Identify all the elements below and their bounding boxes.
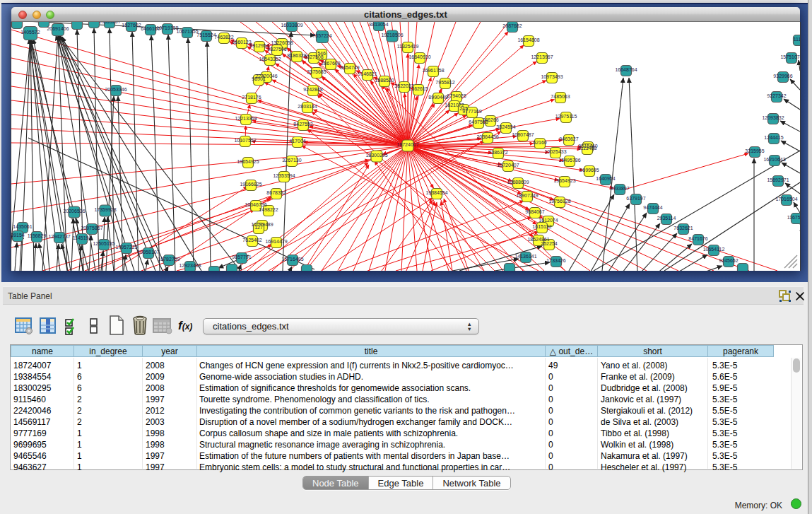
svg-text:12505135: 12505135 xyxy=(93,241,114,246)
svg-text:20364436: 20364436 xyxy=(476,134,498,139)
svg-text:20975867: 20975867 xyxy=(81,226,102,230)
svg-text:2718176: 2718176 xyxy=(242,95,261,100)
svg-text:10973493: 10973493 xyxy=(541,74,563,79)
svg-text:18907249: 18907249 xyxy=(516,193,538,198)
svg-text:20206536: 20206536 xyxy=(63,209,85,214)
svg-text:12942737: 12942737 xyxy=(48,234,70,239)
svg-text:9113468: 9113468 xyxy=(578,146,597,151)
svg-text:546: 546 xyxy=(317,51,326,56)
svg-text:9245652: 9245652 xyxy=(719,258,738,263)
svg-text:19218506: 19218506 xyxy=(381,33,403,37)
svg-text:9242848: 9242848 xyxy=(303,87,322,92)
svg-text:9146821: 9146821 xyxy=(358,71,377,76)
svg-text:20053346: 20053346 xyxy=(105,87,126,92)
svg-text:12975115: 12975115 xyxy=(555,114,577,119)
svg-text:9684067: 9684067 xyxy=(525,209,544,214)
svg-text:10671355: 10671355 xyxy=(176,29,198,34)
svg-text:98901: 98901 xyxy=(252,76,266,81)
svg-text:1362615: 1362615 xyxy=(408,86,428,91)
svg-text:10688609: 10688609 xyxy=(507,180,529,185)
svg-text:15751074: 15751074 xyxy=(780,54,800,59)
svg-text:11325419: 11325419 xyxy=(397,44,419,49)
svg-text:7955812: 7955812 xyxy=(435,80,454,85)
svg-text:1435061: 1435061 xyxy=(13,224,32,229)
svg-text:10553267: 10553267 xyxy=(98,22,120,24)
svg-text:9329966: 9329966 xyxy=(773,74,792,78)
svg-text:13226058: 13226058 xyxy=(271,40,293,45)
svg-text:8454749: 8454749 xyxy=(340,65,359,70)
svg-text:7357224: 7357224 xyxy=(312,33,331,38)
svg-text:1588520: 1588520 xyxy=(375,78,394,83)
svg-text:2935114: 2935114 xyxy=(657,216,676,221)
svg-text:3375685: 3375685 xyxy=(307,69,326,74)
svg-text:12213369: 12213369 xyxy=(235,116,257,121)
svg-text:12353594: 12353594 xyxy=(273,173,295,178)
svg-text:10958107: 10958107 xyxy=(137,250,159,255)
svg-text:16782759: 16782759 xyxy=(158,257,180,262)
svg-text:7625402: 7625402 xyxy=(242,238,261,243)
svg-text:10046736: 10046736 xyxy=(245,202,266,207)
svg-text:10719155: 10719155 xyxy=(156,25,178,30)
svg-text:1612074: 1612074 xyxy=(539,218,558,223)
svg-text:16543362: 16543362 xyxy=(259,57,281,62)
svg-text:1167533: 1167533 xyxy=(787,215,800,220)
svg-text:10807487: 10807487 xyxy=(512,132,534,137)
svg-text:10025433: 10025433 xyxy=(544,149,566,154)
svg-text:12923468: 12923468 xyxy=(179,263,201,268)
svg-text:8912954: 8912954 xyxy=(249,43,269,48)
svg-text:6497568: 6497568 xyxy=(469,119,488,124)
svg-text:15720407: 15720407 xyxy=(497,163,519,168)
svg-text:19756928: 19756928 xyxy=(548,199,570,204)
svg-text:1640954: 1640954 xyxy=(596,176,615,181)
svg-text:127: 127 xyxy=(254,225,263,230)
svg-text:16154808: 16154808 xyxy=(517,37,539,42)
svg-text:1405572: 1405572 xyxy=(20,30,40,35)
svg-text:9227342: 9227342 xyxy=(767,93,786,98)
svg-text:7515524: 7515524 xyxy=(196,33,216,37)
svg-text:6794028: 6794028 xyxy=(447,93,466,98)
svg-text:17359928: 17359928 xyxy=(94,207,116,212)
svg-text:17016504: 17016504 xyxy=(775,197,797,201)
svg-text:1145194: 1145194 xyxy=(73,235,92,240)
svg-text:12093832: 12093832 xyxy=(762,115,784,120)
svg-text:7463822: 7463822 xyxy=(214,35,233,40)
svg-text:16033809: 16033809 xyxy=(281,23,302,28)
svg-text:10654112: 10654112 xyxy=(703,247,725,252)
svg-text:7386372: 7386372 xyxy=(488,150,507,155)
svg-text:6379197: 6379197 xyxy=(626,196,645,201)
svg-text:1498222: 1498222 xyxy=(259,207,278,212)
svg-text:8471676: 8471676 xyxy=(688,236,707,241)
svg-text:9463627: 9463627 xyxy=(559,136,578,141)
svg-text:10107552: 10107552 xyxy=(234,138,256,143)
svg-text:8990448: 8990448 xyxy=(428,95,447,100)
svg-text:16640910: 16640910 xyxy=(408,54,430,59)
svg-text:3215955: 3215955 xyxy=(745,148,764,153)
svg-text:9857791: 9857791 xyxy=(232,255,251,259)
svg-text:39154: 39154 xyxy=(11,233,25,238)
svg-text:17957225: 17957225 xyxy=(115,245,137,250)
svg-text:1156829: 1156829 xyxy=(28,233,47,238)
svg-text:2087682: 2087682 xyxy=(502,23,522,28)
svg-text:9474444: 9474444 xyxy=(643,205,662,210)
svg-text:19384554: 19384554 xyxy=(425,190,447,195)
svg-text:16648764: 16648764 xyxy=(615,67,637,72)
svg-text:417004: 417004 xyxy=(289,139,305,144)
svg-text:8427552: 8427552 xyxy=(293,122,312,127)
svg-text:19654923: 19654923 xyxy=(553,178,575,183)
svg-text:8660123: 8660123 xyxy=(232,40,251,45)
svg-text:18300295: 18300295 xyxy=(365,153,387,158)
svg-text:1527602: 1527602 xyxy=(122,23,141,28)
svg-text:16914479: 16914479 xyxy=(265,239,287,244)
svg-text:7485063: 7485063 xyxy=(551,94,570,99)
svg-text:15495786: 15495786 xyxy=(558,158,580,163)
svg-text:1244415: 1244415 xyxy=(764,135,783,140)
svg-text:9777169: 9777169 xyxy=(462,109,481,114)
svg-text:20691406: 20691406 xyxy=(47,26,69,31)
svg-text:2803144: 2803144 xyxy=(298,104,317,109)
svg-text:3824554: 3824554 xyxy=(496,124,515,129)
svg-text:19654925: 19654925 xyxy=(237,159,259,164)
svg-text:1615132: 1615132 xyxy=(532,224,551,229)
svg-text:14136141: 14136141 xyxy=(514,254,536,259)
svg-text:12213967: 12213967 xyxy=(531,54,553,59)
svg-text:16961758: 16961758 xyxy=(422,68,444,73)
